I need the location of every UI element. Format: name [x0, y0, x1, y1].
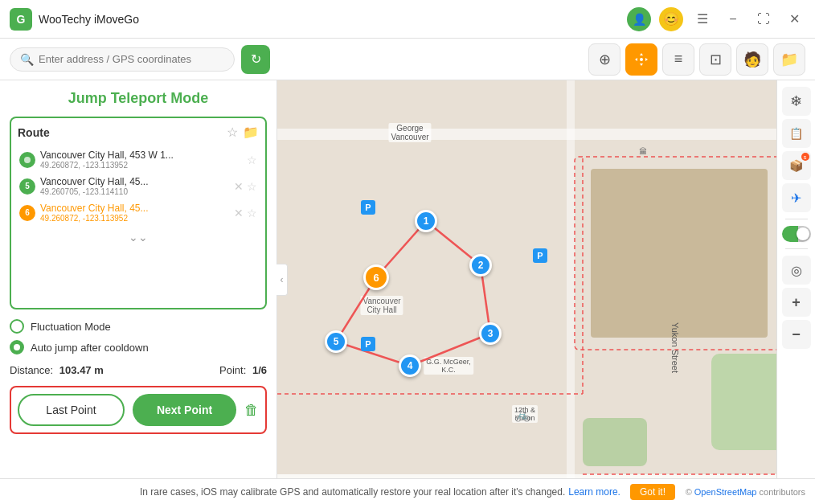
sidebar-divider	[785, 219, 808, 219]
route-dot-1	[19, 152, 35, 168]
distance-label: Distance: 103.47 m	[10, 364, 104, 376]
map-label-mcgeer: G.G. McGeer,K.C.	[424, 357, 473, 375]
route-item-text-1: Vancouver City Hall, 453 W 1... 49.26087…	[40, 150, 242, 170]
app-title: WooTechy iMoveGo	[39, 13, 627, 26]
map-label-cityhall: VancouverCity Hall	[360, 296, 403, 315]
route-item: Vancouver City Hall, 453 W 1... 49.26087…	[18, 146, 259, 173]
toolbar: 🔍 ↻ ⊕ ≡ ⊡ 🧑 📁	[0, 39, 815, 80]
zoom-out-button[interactable]: −	[782, 320, 811, 349]
map-parking-3: P	[361, 337, 375, 351]
search-box[interactable]: 🔍	[10, 47, 235, 72]
map-label-yukon: Yukon Street	[670, 320, 681, 375]
bottom-notice: In rare cases, iOS may calibrate GPS and…	[140, 486, 565, 498]
star-action-3[interactable]: ☆	[247, 207, 257, 219]
next-point-button[interactable]: Next Point	[133, 394, 236, 426]
route-item-2: 5 Vancouver City Hall, 45... 49.260705, …	[18, 173, 259, 199]
options-section: Fluctuation Mode Auto jump after cooldow…	[10, 319, 267, 354]
route-expand: ⌄⌄	[18, 231, 259, 244]
map-area[interactable]: 1 2 3 4 5 6 VancouverCity Hall GeorgeVan…	[277, 80, 815, 478]
locate-button[interactable]: ◎	[782, 256, 811, 285]
fluctuation-mode-label: Fluctuation Mode	[31, 321, 111, 333]
right-sidebar: ❄ 📋 📦 s ✈ ◎ + −	[776, 80, 815, 478]
fluctuation-mode-option[interactable]: Fluctuation Mode	[10, 319, 267, 334]
plane-button[interactable]: ✈	[782, 183, 811, 212]
route-item-text-2: Vancouver City Hall, 45... 49.260705, -1…	[40, 176, 229, 196]
expand-button[interactable]: ⌄⌄	[129, 231, 148, 244]
green-area-4	[583, 418, 647, 466]
city-hall-building	[591, 169, 768, 338]
map-pin-6: 6	[363, 264, 389, 290]
route-item-coords-1: 49.260872, -123.113952	[40, 161, 242, 170]
clipboard-button[interactable]: 📋	[782, 119, 811, 148]
avatar-icon[interactable]: 👤	[627, 7, 651, 31]
folder-button[interactable]: 📁	[773, 43, 805, 76]
map-pin-2: 2	[469, 254, 492, 277]
route-header: Route ☆ 📁	[18, 125, 259, 140]
fluctuation-mode-circle	[10, 319, 24, 334]
map-pin-4: 4	[399, 354, 421, 377]
route-item-actions-1: ☆	[247, 154, 257, 166]
left-panel: Jump Teleport Mode Route ☆ 📁 Vancouver C…	[0, 80, 277, 478]
map-bike-icon: 🚲	[514, 407, 530, 422]
point-value: 1/6	[252, 364, 267, 376]
route-item-actions-3: ✕ ☆	[234, 207, 257, 219]
route-item-name-2: Vancouver City Hall, 45...	[40, 176, 229, 187]
auto-jump-option[interactable]: Auto jump after cooldown	[10, 340, 267, 354]
close-icon[interactable]: ✕	[783, 8, 805, 31]
route-item-3: 6 Vancouver City Hall, 45... 49.260872, …	[18, 199, 259, 226]
folder-icon[interactable]: 📁	[243, 125, 259, 140]
star-action-2[interactable]: ☆	[247, 180, 257, 193]
learn-more-link[interactable]: Learn more.	[568, 486, 620, 498]
menu-icon[interactable]: ☰	[691, 8, 714, 31]
route-header-icons: ☆ 📁	[227, 125, 259, 140]
frame-button[interactable]: ⊡	[699, 43, 731, 76]
remove-action-2[interactable]: ✕	[234, 180, 244, 193]
package-button[interactable]: 📦 s	[782, 151, 811, 180]
distance-value: 103.47 m	[59, 364, 104, 376]
toggle-switch[interactable]	[782, 226, 811, 242]
collapse-button[interactable]: ‹	[276, 264, 288, 296]
minimize-icon[interactable]: −	[722, 8, 744, 31]
last-point-button[interactable]: Last Point	[18, 394, 125, 426]
map-parking-1: P	[361, 200, 375, 215]
distance-row: Distance: 103.47 m Point: 1/6	[10, 364, 267, 376]
expand-icon[interactable]: ⛶	[752, 8, 775, 31]
toolbar-right: ⊕ ≡ ⊡ 🧑 📁	[588, 43, 805, 76]
list-button[interactable]: ≡	[662, 43, 694, 76]
svg-point-0	[640, 58, 643, 61]
refresh-button[interactable]: ↻	[241, 45, 270, 74]
point-label: Point: 1/6	[219, 364, 267, 376]
zoom-in-button[interactable]: +	[782, 288, 811, 317]
building-icon: 🏛	[639, 147, 647, 156]
route-item-name-1: Vancouver City Hall, 453 W 1...	[40, 150, 242, 161]
crosshair-button[interactable]: ⊕	[588, 43, 620, 76]
route-item-coords-2: 49.260705, -123.114110	[40, 187, 229, 196]
search-input[interactable]	[39, 53, 224, 65]
person-button[interactable]: 🧑	[736, 43, 768, 76]
map-label-george: GeorgeVancouver	[388, 123, 431, 142]
svg-point-1	[24, 157, 31, 163]
titlebar: G WooTechy iMoveGo 👤 😊 ☰ − ⛶ ✕	[0, 0, 815, 39]
route-dot-3: 6	[19, 205, 35, 221]
app-logo: G	[10, 8, 32, 31]
got-it-button[interactable]: Got it!	[630, 484, 675, 500]
star-action-1[interactable]: ☆	[247, 154, 257, 166]
remove-action-3[interactable]: ✕	[234, 207, 244, 219]
emoji-icon[interactable]: 😊	[659, 7, 683, 31]
snowflake-button[interactable]: ❄	[782, 87, 811, 116]
auto-jump-label: Auto jump after cooldown	[31, 342, 149, 354]
route-item-coords-3: 49.260872, -123.113952	[40, 214, 229, 223]
star-icon[interactable]: ☆	[227, 125, 238, 140]
route-label: Route	[18, 126, 50, 139]
route-item-text-3: Vancouver City Hall, 45... 49.260872, -1…	[40, 203, 229, 223]
trash-button[interactable]: 🗑	[244, 402, 259, 419]
panel-title: Jump Teleport Mode	[10, 90, 267, 107]
map-content: 1 2 3 4 5 6 VancouverCity Hall GeorgeVan…	[277, 80, 815, 478]
sidebar-divider-2	[785, 248, 808, 249]
move-button[interactable]	[625, 43, 657, 76]
titlebar-icons: 👤 😊 ☰ − ⛶ ✕	[627, 7, 805, 31]
route-box: Route ☆ 📁 Vancouver City Hall, 453 W 1..…	[10, 117, 267, 309]
credit-text: © OpenStreetMap contributors	[686, 487, 805, 497]
auto-jump-circle	[10, 340, 24, 354]
openstreetmap-link[interactable]: OpenStreetMap	[694, 487, 757, 497]
